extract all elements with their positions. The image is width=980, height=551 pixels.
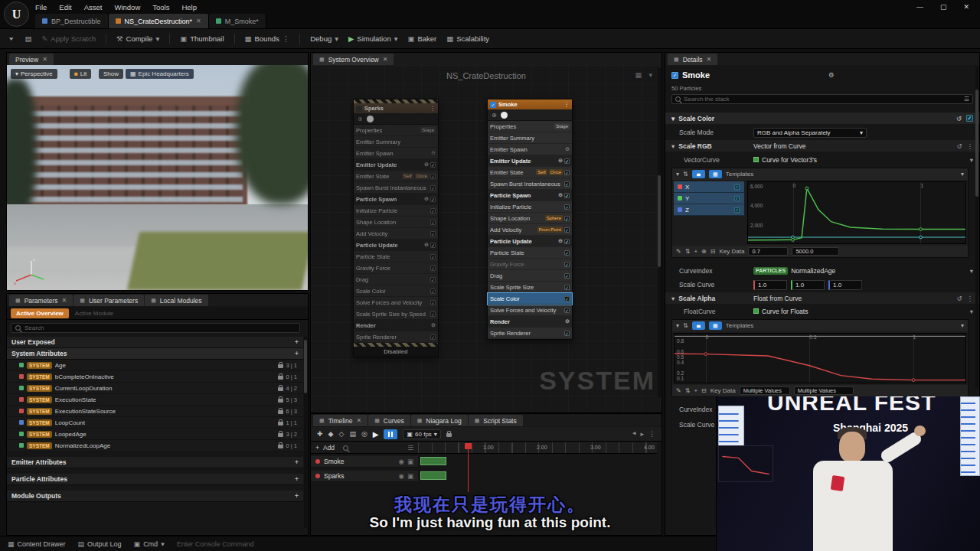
timeline-tab[interactable]: Script Stats bbox=[469, 415, 523, 426]
module-enabled-checkbox[interactable] bbox=[430, 243, 436, 248]
scale-rgb-value[interactable]: Vector from Curve bbox=[753, 142, 806, 150]
scale-mode-dropdown[interactable]: RGB and Alpha Separately bbox=[753, 128, 867, 138]
stack-row[interactable]: Gravity Force bbox=[488, 259, 572, 270]
track-clip[interactable] bbox=[420, 471, 446, 480]
emitter-node-header[interactable]: Sparks bbox=[354, 103, 438, 113]
channel-x[interactable]: X bbox=[674, 181, 744, 193]
lit-mode-button[interactable]: Lit bbox=[70, 69, 91, 79]
emitter-node-header[interactable]: Smoke bbox=[488, 99, 572, 109]
reset-icon[interactable] bbox=[956, 142, 962, 150]
console-input[interactable]: Enter Console Command bbox=[177, 540, 254, 548]
section-user-exposed[interactable]: User Exposed bbox=[7, 337, 303, 348]
pin-icon[interactable] bbox=[492, 112, 497, 119]
parameter-row[interactable]: SYSTEM bCompleteOnInactive 0 | 1 bbox=[7, 371, 303, 383]
asset-tab[interactable]: NS_CrateDestruction* bbox=[109, 14, 209, 28]
compile-button[interactable]: Compile bbox=[116, 34, 159, 43]
preview-scene-button[interactable]: Epic Headquarters bbox=[126, 69, 194, 79]
add-parameter-icon[interactable] bbox=[295, 475, 299, 483]
timeline-ruler[interactable]: 1.002.003.004.00 bbox=[418, 442, 657, 454]
module-enabled-checkbox[interactable] bbox=[564, 181, 570, 187]
track-clip[interactable] bbox=[420, 457, 446, 465]
float-curve-value[interactable]: Curve for Floats bbox=[762, 308, 808, 315]
chevron-down-icon[interactable] bbox=[335, 34, 338, 43]
chevron-down-icon[interactable] bbox=[676, 322, 679, 329]
flatten-icon[interactable] bbox=[685, 248, 691, 255]
scale-alpha-row[interactable]: Scale Alpha Float from Curve bbox=[665, 292, 979, 304]
keyframe-outline-icon[interactable]: ◇ bbox=[338, 430, 344, 438]
timeline-options-icon[interactable] bbox=[648, 430, 655, 438]
reset-icon[interactable] bbox=[956, 115, 962, 122]
overview-scrollbar[interactable] bbox=[658, 68, 661, 397]
gear-icon[interactable] bbox=[828, 71, 835, 79]
parameter-row[interactable]: SYSTEM LoopCount 1 | 1 bbox=[7, 417, 303, 429]
module-enabled-checkbox[interactable] bbox=[966, 115, 973, 122]
chevron-down-icon[interactable] bbox=[671, 142, 675, 150]
layers-icon[interactable]: ▤ bbox=[349, 430, 356, 438]
delete-key-icon[interactable] bbox=[701, 387, 707, 394]
parameter-row[interactable]: SYSTEM ExecutionState 5 | 3 bbox=[7, 394, 303, 406]
stack-row[interactable]: Scale Sprite Size bbox=[488, 282, 572, 293]
key-value-field[interactable]: Multiple Values bbox=[794, 386, 854, 395]
curve-view-mode-button[interactable] bbox=[692, 170, 705, 178]
playhead-line[interactable] bbox=[468, 443, 469, 492]
stack-row[interactable]: Shape Location Sphere bbox=[488, 213, 572, 224]
channel-visible-checkbox[interactable] bbox=[734, 184, 740, 189]
stack-row[interactable]: Emitter State Self Once bbox=[354, 171, 438, 182]
key-value-field[interactable]: 5000.0 bbox=[792, 247, 839, 256]
chevron-down-icon[interactable] bbox=[394, 34, 398, 43]
stack-row[interactable]: Properties Stage bbox=[488, 121, 572, 132]
emitter-enabled-checkbox[interactable] bbox=[671, 72, 678, 79]
chevron-down-icon[interactable] bbox=[648, 71, 652, 79]
scale-curve-x-field[interactable]: 1.0 bbox=[753, 280, 787, 290]
add-track-icon[interactable] bbox=[315, 444, 319, 452]
section-system-attributes[interactable]: System Attributes bbox=[7, 348, 303, 360]
close-icon[interactable] bbox=[356, 417, 361, 424]
menu-item[interactable]: Help bbox=[181, 3, 197, 11]
stack-row[interactable]: Drag bbox=[488, 270, 572, 282]
stack-row[interactable]: Particle State bbox=[354, 251, 438, 262]
pause-button[interactable] bbox=[384, 429, 397, 439]
menu-item[interactable]: File bbox=[35, 3, 47, 11]
graph-settings-icon[interactable] bbox=[635, 71, 642, 79]
module-enabled-checkbox[interactable] bbox=[564, 239, 570, 244]
stack-row[interactable]: Scale Sprite Size by Speed bbox=[354, 308, 438, 320]
module-enabled-checkbox[interactable] bbox=[564, 273, 570, 279]
parameter-row[interactable]: SYSTEM NormalizedLoopAge 0 | 1 bbox=[7, 440, 303, 452]
module-enabled-checkbox[interactable] bbox=[564, 308, 570, 313]
snap-key-icon[interactable] bbox=[701, 248, 707, 255]
visibility-icon[interactable] bbox=[399, 458, 404, 465]
scale-rgb-row[interactable]: Scale RGB Vector from Curve bbox=[665, 140, 979, 152]
module-enabled-checkbox[interactable] bbox=[564, 227, 570, 233]
module-enabled-checkbox[interactable] bbox=[430, 231, 436, 236]
module-enabled-checkbox[interactable] bbox=[430, 208, 436, 214]
float-curve-graph[interactable]: 0.8 0.6 0.5 0.4 0.2 0.1 0 0.5 1 bbox=[674, 333, 966, 383]
tab-system-overview[interactable]: System Overview bbox=[313, 54, 394, 65]
visibility-icon[interactable] bbox=[399, 472, 404, 480]
add-parameter-icon[interactable] bbox=[295, 338, 299, 346]
jump-start-icon[interactable] bbox=[632, 430, 636, 438]
bounds-button[interactable]: Bounds bbox=[245, 34, 290, 43]
timeline-tab[interactable]: Niagara Log bbox=[411, 415, 468, 426]
scale-curve-y-field[interactable]: 1.0 bbox=[791, 280, 825, 290]
pin-icon[interactable] bbox=[358, 116, 363, 122]
node-menu-icon[interactable] bbox=[564, 101, 570, 108]
module-enabled-checkbox[interactable] bbox=[430, 289, 436, 294]
snap-icon[interactable]: ◎ bbox=[361, 430, 368, 438]
more-options-icon[interactable] bbox=[283, 34, 290, 43]
parameter-row[interactable]: SYSTEM CurrentLoopDuration 4 | 2 bbox=[7, 383, 303, 394]
key-icon[interactable]: ◆ bbox=[328, 430, 334, 438]
menu-item[interactable]: Edit bbox=[59, 3, 71, 11]
scale-curve-z-field[interactable]: 1.0 bbox=[828, 280, 862, 290]
module-enabled-checkbox[interactable] bbox=[564, 193, 570, 198]
chevron-down-icon[interactable] bbox=[671, 295, 675, 302]
add-key-icon[interactable] bbox=[694, 387, 697, 394]
channel-y[interactable]: Y bbox=[674, 193, 744, 204]
reset-icon[interactable] bbox=[956, 295, 962, 302]
stack-row[interactable]: Solve Forces and Velocity bbox=[354, 297, 438, 308]
module-enabled-checkbox[interactable] bbox=[564, 250, 570, 256]
filter-icon[interactable] bbox=[407, 444, 413, 452]
module-enabled-checkbox[interactable] bbox=[564, 158, 570, 164]
cmd-selector[interactable]: Cmd bbox=[134, 540, 165, 548]
stack-row[interactable]: Scale Color bbox=[488, 293, 572, 305]
search-icon[interactable] bbox=[343, 445, 348, 451]
